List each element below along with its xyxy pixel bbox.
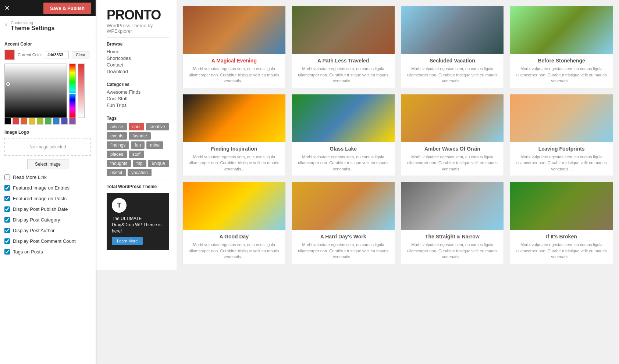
tag-stuff[interactable]: stuff bbox=[129, 151, 144, 158]
nav-cool-stuff[interactable]: Cool Stuff bbox=[107, 96, 169, 101]
top-bar: ✕ Save & Publish bbox=[0, 0, 96, 16]
checkbox-tags-posts-input[interactable] bbox=[4, 249, 10, 255]
close-button[interactable]: ✕ bbox=[4, 4, 10, 12]
nav-shortcodes[interactable]: Shortcodes bbox=[107, 55, 169, 61]
checkbox-read-more-label: Read More Link bbox=[13, 174, 47, 180]
post-card-finding-inspiration: Finding Inspiration Morbi vulputate eges… bbox=[182, 94, 286, 176]
nav-home[interactable]: Home bbox=[107, 49, 169, 54]
checkbox-post-category-input[interactable] bbox=[4, 217, 10, 223]
post-body-path-traveled: A Path Less Traveled Morbi vulputate ege… bbox=[292, 54, 395, 88]
tag-useful[interactable]: useful bbox=[107, 169, 126, 176]
checkbox-featured-posts[interactable]: Featured Image on Posts bbox=[4, 196, 91, 201]
swatch-blue[interactable] bbox=[53, 118, 60, 125]
post-excerpt-before-stonehenge: Morbi vulputate egestas sem, eu cursus l… bbox=[515, 66, 608, 84]
browse-heading: Browse bbox=[107, 42, 169, 47]
checkbox-post-category[interactable]: Display Post Category bbox=[4, 217, 91, 223]
tag-creative[interactable]: creative bbox=[146, 123, 169, 130]
save-publish-button[interactable]: Save & Publish bbox=[43, 3, 91, 14]
back-arrow-icon[interactable]: ‹ bbox=[5, 21, 7, 28]
blog-nav-column: PRONTO WordPress Theme by WPExplorer Bro… bbox=[96, 0, 177, 270]
post-img-before-stonehenge bbox=[510, 6, 613, 54]
tag-trip[interactable]: trip bbox=[133, 160, 146, 167]
checkbox-comment-count-input[interactable] bbox=[4, 238, 10, 244]
tag-advice[interactable]: advice bbox=[107, 123, 127, 130]
tag-places[interactable]: places bbox=[107, 151, 127, 158]
post-card-good-day: A Good Day Morbi vulputate egestas sem, … bbox=[182, 182, 286, 264]
checkbox-publish-date-input[interactable] bbox=[4, 206, 10, 212]
post-excerpt-magical-evening: Morbi vulputate egestas sem, eu cursus l… bbox=[187, 66, 281, 84]
swatch-indigo[interactable] bbox=[61, 118, 68, 125]
hue-strip[interactable] bbox=[69, 64, 76, 118]
tag-mine[interactable]: mine bbox=[146, 141, 163, 149]
alpha-strip[interactable] bbox=[78, 64, 85, 118]
tags-container: advice cool creative events favorite fin… bbox=[107, 123, 169, 176]
checkbox-featured-entries[interactable]: Featured Image on Entries bbox=[4, 185, 91, 191]
post-title-leaving-footprints: Leaving Footprints bbox=[515, 146, 608, 152]
ad-text: The ULTIMATE Drag&Drop WP Theme is here! bbox=[112, 216, 164, 234]
checkbox-comment-count[interactable]: Display Post Comment Count bbox=[4, 238, 91, 244]
select-image-button[interactable]: Select Image bbox=[27, 159, 68, 169]
accent-color-swatch[interactable] bbox=[4, 50, 15, 60]
post-title-hard-day: A Hard Day's Work bbox=[296, 234, 390, 239]
checkbox-list: Read More Link Featured Image on Entries… bbox=[4, 174, 91, 255]
color-gradient-box[interactable] bbox=[4, 64, 67, 118]
nav-download[interactable]: Download bbox=[107, 69, 169, 74]
tag-favorite[interactable]: favorite bbox=[129, 132, 150, 140]
tag-thoughts[interactable]: thoughts bbox=[107, 160, 131, 167]
theme-settings-title: Theme Settings bbox=[11, 25, 54, 32]
post-body-hard-day: A Hard Day's Work Morbi vulputate egesta… bbox=[292, 230, 395, 264]
post-img-magical-evening bbox=[183, 6, 285, 54]
accent-color-label: Accent Color bbox=[4, 42, 91, 47]
current-color-label: Current Color bbox=[18, 53, 42, 57]
color-row: Current Color Clear bbox=[4, 50, 91, 60]
checkbox-featured-posts-input[interactable] bbox=[4, 196, 10, 201]
nav-fun-trips[interactable]: Fun Trips bbox=[107, 102, 169, 108]
nav-contact[interactable]: Contact bbox=[107, 62, 169, 68]
post-card-straight-narrow: The Straight & Narrow Morbi vulputate eg… bbox=[401, 182, 504, 264]
post-title-path-traveled: A Path Less Traveled bbox=[296, 58, 390, 64]
swatch-green[interactable] bbox=[45, 118, 51, 125]
swatch-black[interactable] bbox=[4, 118, 11, 125]
tags-heading: Tags bbox=[107, 116, 169, 121]
sidebar-title-group: Customizing Theme Settings bbox=[11, 21, 54, 32]
learn-more-button[interactable]: Learn More bbox=[112, 237, 143, 245]
nav-awesome-finds[interactable]: Awesome Finds bbox=[107, 89, 169, 95]
checkbox-post-author-input[interactable] bbox=[4, 228, 10, 233]
hue-strip-cursor bbox=[69, 93, 76, 94]
categories-heading: Categories bbox=[107, 82, 169, 87]
tag-fun[interactable]: fun bbox=[131, 141, 145, 149]
checkbox-publish-date[interactable]: Display Post Publish Date bbox=[4, 206, 91, 212]
post-title-before-stonehenge: Before Stonehenge bbox=[515, 58, 608, 64]
post-img-finding-inspiration bbox=[183, 94, 285, 142]
checkbox-tags-posts-label: Tags on Posts bbox=[13, 249, 43, 255]
tag-vacation[interactable]: vacation bbox=[128, 169, 152, 176]
post-title-good-day: A Good Day bbox=[187, 234, 281, 239]
tag-cool[interactable]: cool bbox=[129, 123, 144, 130]
checkbox-featured-entries-label: Featured Image on Entries bbox=[13, 185, 70, 191]
checkbox-tags-posts[interactable]: Tags on Posts bbox=[4, 249, 91, 255]
post-card-glass-lake: Glass Lake Morbi vulputate egestas sem, … bbox=[292, 94, 395, 176]
color-hex-input[interactable] bbox=[45, 51, 69, 58]
post-body-before-stonehenge: Before Stonehenge Morbi vulputate egesta… bbox=[510, 54, 613, 88]
tag-unique[interactable]: unique bbox=[148, 160, 169, 167]
sidebar-content: Accent Color Current Color Clear bbox=[0, 36, 96, 364]
checkbox-read-more[interactable]: Read More Link bbox=[4, 174, 91, 180]
clear-button[interactable]: Clear bbox=[72, 51, 89, 58]
swatch-yellow[interactable] bbox=[29, 118, 35, 125]
checkbox-featured-entries-input[interactable] bbox=[4, 185, 10, 191]
post-img-glass-lake bbox=[292, 94, 395, 142]
browse-links: Home Shortcodes Contact Download bbox=[107, 49, 169, 74]
blog-subtitle: WordPress Theme by WPExplorer bbox=[107, 23, 169, 34]
tag-findings[interactable]: findings bbox=[107, 141, 129, 149]
checkbox-read-more-input[interactable] bbox=[4, 174, 10, 180]
swatch-red[interactable] bbox=[13, 118, 19, 125]
swatch-lime[interactable] bbox=[37, 118, 43, 125]
ad-heading: Total WordPress Theme bbox=[107, 184, 169, 189]
color-picker bbox=[4, 64, 91, 118]
post-title-magical-evening: A Magical Evening bbox=[187, 58, 281, 64]
swatch-purple[interactable] bbox=[69, 118, 76, 125]
post-body-amber-waves: Amber Waves Of Grain Morbi vulputate ege… bbox=[401, 142, 504, 176]
checkbox-post-author[interactable]: Display Post Author bbox=[4, 228, 91, 233]
tag-events[interactable]: events bbox=[107, 132, 127, 140]
swatch-orange[interactable] bbox=[21, 118, 27, 125]
